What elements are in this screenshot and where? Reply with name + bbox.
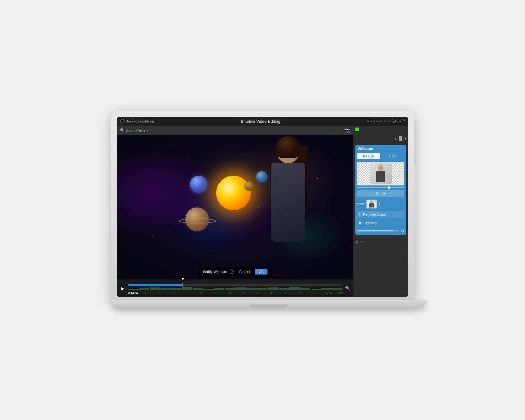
- laptop-notch: [250, 304, 288, 308]
- app-title: Intuitive Video Editing: [238, 119, 284, 124]
- time-marker-2s: 2s: [139, 292, 153, 295]
- panel-icon-row: ℹ ▐▌ ▾: [355, 136, 406, 141]
- magic-wand-icon: ✦: [358, 212, 361, 216]
- layering-row[interactable]: ▣ Layering: [357, 219, 404, 226]
- reset-button[interactable]: Reset: [357, 190, 404, 197]
- dropdown-arrow-icon: ▾: [399, 120, 401, 123]
- help-question-icon[interactable]: ?: [230, 270, 234, 274]
- time-marker-5s: 5s: [153, 292, 167, 295]
- timeline-track[interactable]: 0:14.56 2s 5s 10s 15s 20s 25s: [128, 280, 343, 297]
- preview-toolbar: 🔍 Zoom Preview 📷: [117, 126, 353, 135]
- style-thumb-person-body: [369, 203, 374, 207]
- resize-slider[interactable]: [357, 187, 404, 188]
- webcam-person-head: [378, 165, 383, 171]
- app-container: ◁ Back to recordings Intuitive Video Edi…: [117, 117, 408, 297]
- camera-icon[interactable]: 📷: [344, 128, 350, 133]
- current-time: 0:14.56: [128, 292, 138, 295]
- zoom-preview-label: Zoom Preview: [126, 128, 148, 132]
- time-marker-55s: 55s: [294, 292, 308, 295]
- modify-webcam-bar: Modify Webcam ? Cancel OK: [198, 267, 272, 276]
- laptop-container: ◁ Back to recordings Intuitive Video Edi…: [105, 103, 420, 317]
- zoom-preview: 🔍 Zoom Preview: [120, 128, 148, 132]
- auto-saved-label: Auto Saved: [367, 120, 382, 123]
- time-marker-total: 1m2s: [322, 292, 336, 295]
- webcam-person-figure: [374, 165, 387, 184]
- person-overlay: [235, 135, 341, 280]
- app-content: 🔍 Zoom Preview 📷: [117, 126, 408, 297]
- timeline: ▶: [117, 280, 353, 297]
- redo-button[interactable]: ↪: [388, 119, 391, 123]
- undo-redo-controls: ↩ ↪: [384, 119, 391, 123]
- person-hair: [276, 136, 300, 158]
- expand-icon[interactable]: ⤢: [355, 240, 358, 244]
- time-marker-10s: 10s: [167, 292, 182, 295]
- person-body: [271, 163, 305, 242]
- time-marker-40s: 40s: [251, 292, 266, 295]
- webcam-tabs: Resize Crop: [357, 153, 404, 159]
- ok-button[interactable]: OK: [255, 269, 268, 275]
- info-icon[interactable]: ℹ: [395, 136, 397, 141]
- timeline-labels: 0:14.56 2s 5s 10s 15s 20s 25s: [128, 291, 343, 295]
- language-selector[interactable]: EN: [393, 119, 397, 123]
- remove-color-label: Remove Color: [363, 213, 385, 216]
- laptop-screen: ◁ Back to recordings Intuitive Video Edi…: [117, 117, 408, 297]
- extra-label: ne: [360, 241, 406, 244]
- style-row: Style ↻: [357, 200, 404, 208]
- person-figure: [247, 135, 329, 280]
- app-topbar: ◁ Back to recordings Intuitive Video Edi…: [117, 117, 408, 126]
- planet-ring: [178, 218, 216, 224]
- tab-resize[interactable]: Resize: [357, 153, 380, 159]
- timeline-bar[interactable]: [128, 284, 343, 286]
- cancel-button[interactable]: Cancel: [237, 269, 252, 275]
- style-thumbnail[interactable]: [366, 200, 377, 208]
- refresh-icon[interactable]: ↻: [378, 202, 382, 206]
- time-marker-30s: 30s: [223, 292, 238, 295]
- time-marker-35s: 35s: [237, 292, 251, 295]
- video-background: Modify Webcam ? Cancel OK: [117, 135, 353, 280]
- webcam-panel-wrapper: Webcam Resize Crop: [353, 143, 408, 237]
- layers-icon: ▣: [358, 221, 361, 225]
- planet-blue: [190, 176, 207, 193]
- time-marker-15s: 15s: [181, 292, 195, 295]
- laptop-base: [111, 300, 426, 309]
- back-button[interactable]: ◁ Back to recordings: [120, 119, 154, 123]
- webcam-preview-inner: [370, 163, 392, 184]
- back-label: Back to recordings: [126, 119, 154, 123]
- remove-color-row[interactable]: ✦ Remove Color: [357, 211, 404, 218]
- help-icon[interactable]: ?: [403, 119, 405, 123]
- play-button[interactable]: ▶: [119, 285, 126, 292]
- webcam-panel: Webcam Resize Crop: [355, 145, 406, 235]
- main-area: 🔍 Zoom Preview 📷: [117, 126, 353, 297]
- search-icon: 🔍: [120, 128, 124, 132]
- time-marker-1m: 1m: [308, 292, 322, 295]
- layering-label: Layering: [363, 221, 377, 225]
- opacity-icon: ◑: [401, 229, 404, 233]
- laptop-body: ◁ Back to recordings Intuitive Video Edi…: [111, 111, 414, 300]
- undo-button[interactable]: ↩: [384, 119, 387, 123]
- resize-slider-thumb: [388, 186, 390, 189]
- total-time: 1:08: [337, 292, 343, 295]
- time-marker-50s: 50s: [280, 292, 294, 295]
- panel-arrow: [353, 187, 353, 192]
- style-thumb-person-head: [370, 200, 373, 203]
- person-body-pattern: [271, 163, 305, 242]
- tab-crop[interactable]: Crop: [381, 153, 404, 159]
- right-panel: ℹ ▐▌ ▾ Webcam: [353, 126, 408, 297]
- webcam-person-body: [376, 171, 385, 182]
- time-marker-45s: 45s: [266, 292, 280, 295]
- modify-webcam-text: Modify Webcam: [202, 270, 227, 274]
- opacity-slider-fill: [357, 230, 393, 231]
- webcam-preview: [357, 162, 404, 185]
- panel-dropdown-icon[interactable]: ▾: [405, 137, 406, 140]
- back-icon: ◁: [120, 119, 124, 123]
- topbar-left: ◁ Back to recordings: [120, 119, 154, 123]
- time-marker-25s: 25s: [209, 292, 223, 295]
- green-active-indicator: [355, 128, 359, 131]
- bar-chart-icon[interactable]: ▐▌: [398, 136, 403, 141]
- panel-top-row: [355, 128, 406, 131]
- opacity-slider[interactable]: [357, 230, 399, 231]
- search-timeline-icon[interactable]: 🔍: [345, 286, 350, 291]
- top-right-icons: Auto Saved ↩ ↪ EN ▾ ?: [367, 119, 405, 123]
- video-preview: Modify Webcam ? Cancel OK: [117, 135, 353, 280]
- time-marker-20s: 20s: [195, 292, 210, 295]
